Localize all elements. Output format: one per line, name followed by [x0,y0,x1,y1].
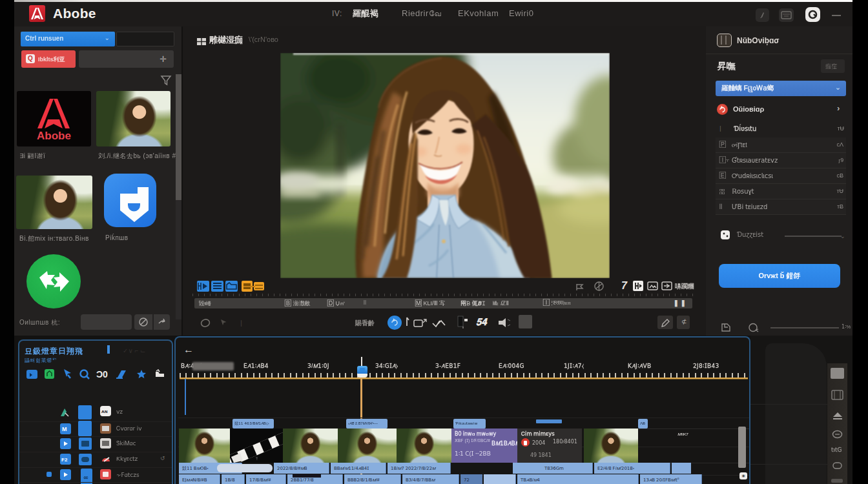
svg-text:ᴀɴ: ᴀɴ [101,408,108,414]
svg-text:Ͻ0: Ͻ0 [96,369,108,379]
svg-text:㏄: ㏄ [83,474,88,480]
svg-text:F2: F2 [61,457,68,463]
svg-text:𝟓𝟒: 𝟓𝟒 [476,316,488,327]
svg-text:M: M [62,426,67,432]
